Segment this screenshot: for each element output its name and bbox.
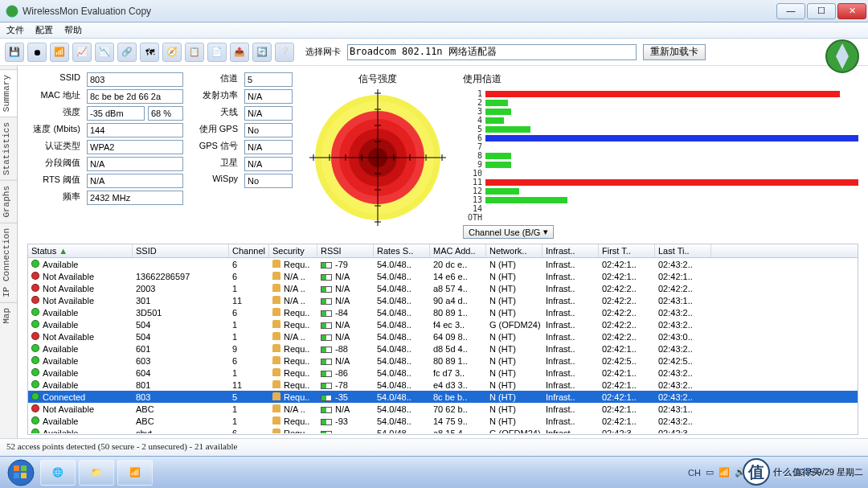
gpssig-label: GPS 信号 — [198, 140, 241, 154]
wispy-label: WiSpy — [198, 174, 241, 188]
paste-icon[interactable]: 📄 — [207, 43, 227, 62]
help-icon[interactable]: ❔ — [275, 43, 294, 62]
record-icon[interactable]: ⏺ — [27, 43, 47, 62]
ap-table: Status ▲ SSIDChannelSecurityRSSIRates S.… — [27, 244, 858, 435]
menu-config[interactable]: 配置 — [35, 24, 53, 36]
tab-ipconnection[interactable]: IP Connection — [0, 223, 17, 302]
sort-asc-icon: ▲ — [59, 246, 68, 256]
info-panel: SSID803 信道5 MAC 地址8c be be 2d 66 2a 发射功率… — [27, 72, 293, 239]
signal-title: 信号强度 — [297, 72, 458, 86]
antenna-label: 天线 — [198, 106, 241, 121]
ap-table-body[interactable]: Available6Requ..-7954.0/48..20 dc e..N (… — [28, 258, 858, 433]
table-row[interactable]: Not Available136622865976N/A ..N/A54.0/4… — [28, 270, 858, 282]
channel-row: 11 — [463, 178, 858, 187]
nic-select[interactable] — [347, 44, 637, 60]
table-row[interactable]: Available6Requ..-7954.0/48..20 dc e..N (… — [28, 258, 858, 270]
table-row[interactable]: AvailableABC1Requ..-9354.0/48..14 75 9..… — [28, 415, 858, 427]
gpssig-value: N/A — [244, 140, 293, 154]
map-icon[interactable]: 🗺 — [140, 43, 159, 62]
channel-row: 2 — [463, 98, 858, 107]
window-title: WirelessMon Evaluation Copy — [23, 6, 776, 17]
toolbar: 💾 ⏺ 📶 📈 📉 🔗 🗺 🧭 📋 📄 📤 🔄 ❔ 选择网卡 重新加载卡 — [0, 39, 868, 66]
summary-icon[interactable]: 📶 — [50, 43, 69, 62]
side-tabs: Summary Statistics Graphs IP Connection … — [0, 66, 18, 438]
menu-file[interactable]: 文件 — [6, 24, 24, 36]
channel-use-select[interactable]: Channel Use (B/G ▾ — [463, 225, 554, 239]
antenna-value: N/A — [244, 106, 293, 121]
radar-icon — [309, 89, 446, 226]
table-row[interactable]: Available80111Requ..-7854.0/48..e4 d3 3.… — [28, 379, 858, 391]
tab-statistics[interactable]: Statistics — [0, 117, 17, 180]
channel-row: 5 — [463, 125, 858, 133]
channel-row: 7 — [463, 142, 858, 151]
speed-value: 144 — [87, 123, 183, 137]
reload-nic-button[interactable]: 重新加载卡 — [643, 44, 706, 60]
maximize-button[interactable]: ☐ — [807, 3, 836, 19]
channel-row: 4 — [463, 116, 858, 125]
rts-value: N/A — [87, 174, 183, 188]
graph-icon[interactable]: 📉 — [95, 43, 114, 62]
frag-value: N/A — [87, 157, 183, 171]
mac-label: MAC 地址 — [27, 89, 84, 104]
ipconn-icon[interactable]: 🔗 — [117, 43, 137, 62]
table-row[interactable]: Available5041Requ..N/A54.0/48..f4 ec 3..… — [28, 318, 858, 330]
table-row[interactable]: Available6041Requ..-8654.0/48..fc d7 3..… — [28, 367, 858, 379]
txpower-value: N/A — [244, 89, 293, 104]
brand-icon — [825, 39, 860, 74]
menu-help[interactable]: 帮助 — [64, 24, 82, 36]
channel-row: 6 — [463, 133, 858, 142]
wirelessmon-task-icon[interactable]: 📶 — [117, 460, 153, 486]
export-icon[interactable]: 📤 — [230, 43, 249, 62]
table-row[interactable]: Available6036Requ..N/A54.0/48..80 89 1..… — [28, 355, 858, 367]
stats-icon[interactable]: 📈 — [72, 43, 92, 62]
channel-title: 使用信道 — [463, 72, 858, 86]
minimize-button[interactable]: — — [776, 3, 805, 19]
ssid-value: 803 — [87, 72, 183, 87]
freq-label: 频率 — [27, 191, 84, 205]
titlebar: WirelessMon Evaluation Copy — ☐ ✕ — [0, 0, 868, 23]
table-row[interactable]: Not Available5041N/A ..N/A54.0/48..64 09… — [28, 330, 858, 342]
freq-value: 2432 MHz — [87, 191, 183, 205]
auth-label: 认证类型 — [27, 140, 84, 154]
frag-label: 分段阈值 — [27, 157, 84, 171]
tray-lang[interactable]: CH — [688, 468, 701, 478]
table-row[interactable]: Availablecbyt6Requ..54.0/48..a8 15 4..G … — [28, 427, 858, 433]
tray-network-icon[interactable]: 📶 — [719, 467, 730, 478]
close-button[interactable]: ✕ — [837, 3, 866, 19]
usegps-label: 使用 GPS — [198, 123, 241, 137]
svg-rect-30 — [14, 473, 19, 478]
table-row[interactable]: Available6019Requ..-8854.0/48..d8 5d 4..… — [28, 342, 858, 355]
tray-flag-icon[interactable]: ▭ — [706, 467, 714, 478]
channel-usage-panel: 使用信道 1234567891011121314OTH Channel Use … — [463, 72, 858, 239]
table-row[interactable]: Connected8035Requ..-3554.0/48..8c be b..… — [28, 391, 858, 403]
copy-icon[interactable]: 📋 — [185, 43, 204, 62]
refresh-icon[interactable]: 🔄 — [252, 43, 272, 62]
svg-rect-31 — [21, 473, 27, 478]
tab-map[interactable]: Map — [0, 302, 17, 329]
tab-graphs[interactable]: Graphs — [0, 180, 17, 223]
save-icon[interactable]: 💾 — [5, 43, 24, 62]
strength-dbm: -35 dBm — [87, 106, 145, 121]
start-button[interactable] — [5, 457, 37, 489]
options-icon[interactable]: 🧭 — [162, 43, 182, 62]
table-row[interactable]: Available3D5016Requ..-8454.0/48..80 89 1… — [28, 306, 858, 318]
strength-pct: 68 % — [148, 106, 183, 121]
tab-summary[interactable]: Summary — [0, 69, 17, 117]
svg-rect-29 — [21, 465, 27, 471]
signal-radar-panel: 信号强度 — [297, 72, 458, 239]
mac-value: 8c be be 2d 66 2a — [87, 89, 183, 104]
ap-table-header[interactable]: Status ▲ SSIDChannelSecurityRSSIRates S.… — [28, 244, 858, 258]
channel-value: 5 — [244, 72, 293, 87]
taskbar: 🌐 📁 📶 CH ▭ 📶 🔊 🔋 值什么值得买 2015/9/29 星期二 — [0, 456, 868, 488]
table-row[interactable]: Not Available20031N/A ..N/A54.0/48..a8 5… — [28, 282, 858, 294]
strength-label: 强度 — [27, 106, 84, 121]
channel-label: 信道 — [198, 72, 241, 87]
table-row[interactable]: Not Available30111N/A ..N/A54.0/48..90 a… — [28, 294, 858, 306]
explorer-icon[interactable]: 📁 — [79, 460, 114, 486]
rts-label: RTS 阈值 — [27, 174, 84, 188]
svg-rect-28 — [14, 465, 19, 471]
channel-row: 8 — [463, 151, 858, 160]
ssid-label: SSID — [27, 72, 84, 87]
ie-icon[interactable]: 🌐 — [40, 460, 76, 486]
table-row[interactable]: Not AvailableABC1N/A ..N/A54.0/48..70 62… — [28, 403, 858, 415]
